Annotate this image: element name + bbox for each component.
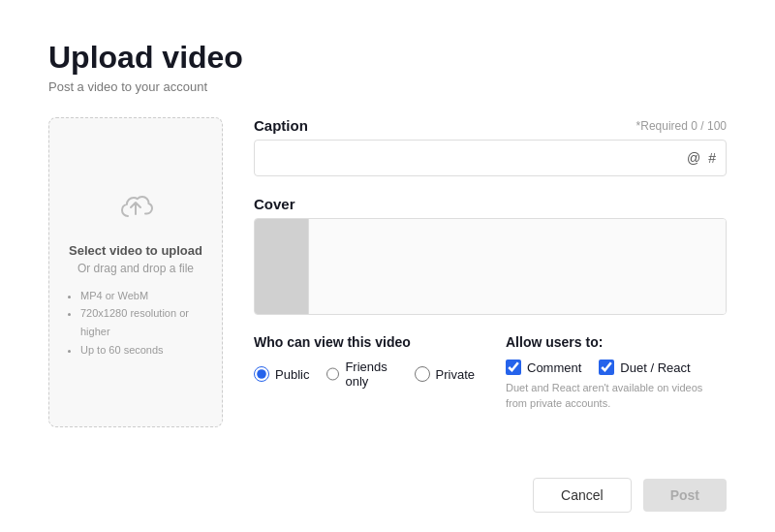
post-button[interactable]: Post [643,479,727,512]
form-panel: Caption *Required 0 / 100 @ # Cover [254,117,727,411]
checkbox-comment-label: Comment [527,360,581,375]
cover-label: Cover [254,196,295,212]
at-icon[interactable]: @ [687,150,700,166]
upload-icon [114,187,157,234]
upload-specs: MP4 or WebM 720x1280 resolution or highe… [65,287,206,360]
radio-public-input[interactable] [254,366,269,382]
cover-box [254,218,727,315]
cover-section: Cover [254,196,727,315]
page-subtitle: Post a video to your account [48,79,727,94]
radio-friends[interactable]: Friends only [326,360,396,389]
caption-icons: @ # [687,150,716,166]
upload-area[interactable]: Select video to upload Or drag and drop … [48,117,223,427]
radio-public-label: Public [275,367,309,382]
caption-input[interactable] [264,151,687,166]
radio-friends-label: Friends only [345,360,396,389]
caption-hint: *Required 0 / 100 [636,119,727,133]
spec-item: MP4 or WebM [80,287,206,305]
hash-icon[interactable]: # [708,150,716,166]
checkbox-comment[interactable]: Comment [506,360,581,375]
caption-section: Caption *Required 0 / 100 @ # [254,117,727,176]
caption-label: Caption [254,117,308,134]
checkbox-comment-input[interactable] [506,360,521,375]
cover-header: Cover [254,196,727,212]
allow-title: Allow users to: [506,334,727,350]
page-title: Upload video [48,39,727,76]
visibility-title: Who can view this video [254,334,475,350]
upload-or-text: Or drag and drop a file [78,262,194,275]
radio-public[interactable]: Public [254,366,309,382]
radio-friends-input[interactable] [326,366,339,382]
radio-private-label: Private [436,367,475,382]
allow-section: Allow users to: Comment Duet / React Due… [506,334,727,411]
spec-item: Up to 60 seconds [80,341,206,360]
checkbox-duet[interactable]: Duet / React [599,360,690,375]
checkbox-duet-input[interactable] [599,360,614,375]
allow-note: Duet and React aren't available on video… [506,381,719,411]
page-container: Upload video Post a video to your accoun… [0,0,775,456]
checkbox-duet-label: Duet / React [620,360,690,375]
spec-item: 720x1280 resolution or higher [80,304,206,340]
cover-rest [309,219,726,314]
caption-input-wrap[interactable]: @ # [254,140,727,176]
bottom-row: Who can view this video Public Friends o… [254,334,727,411]
caption-header: Caption *Required 0 / 100 [254,117,727,134]
cancel-button[interactable]: Cancel [533,478,632,513]
main-content: Select video to upload Or drag and drop … [48,117,727,427]
radio-group: Public Friends only Private [254,360,475,389]
footer-buttons: Cancel Post [533,478,727,513]
checkbox-group: Comment Duet / React [506,360,727,375]
radio-private[interactable]: Private [415,366,475,382]
visibility-section: Who can view this video Public Friends o… [254,334,475,389]
upload-title: Select video to upload [69,243,202,258]
radio-private-input[interactable] [415,366,430,382]
cover-preview [255,219,309,314]
